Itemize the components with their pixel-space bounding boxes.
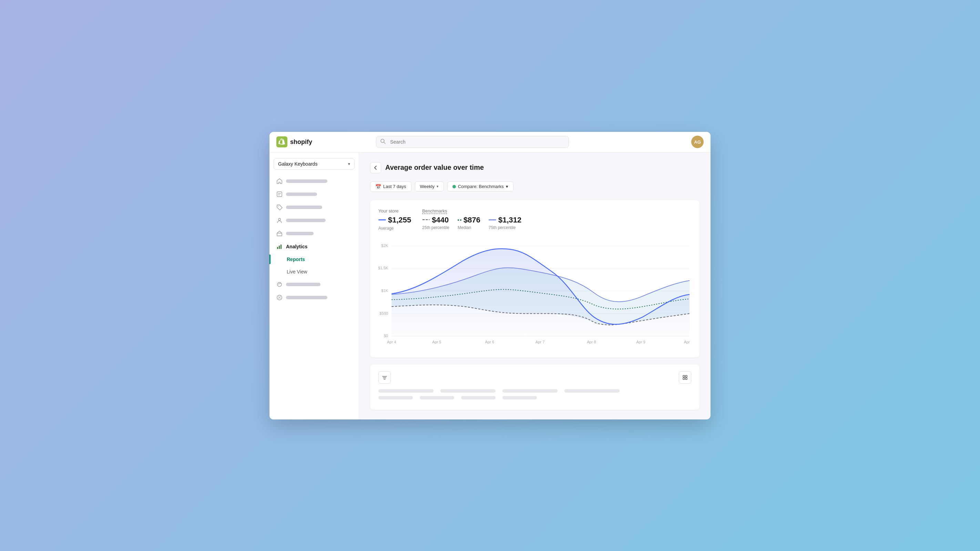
svg-point-6 — [278, 206, 279, 206]
legend-sublabel: 75th percentile — [488, 225, 521, 230]
svg-text:Apr 4: Apr 4 — [387, 340, 396, 344]
shopify-logo-icon — [276, 137, 287, 148]
sidebar-item-analytics[interactable]: Analytics — [269, 241, 359, 252]
skeleton-row — [379, 389, 691, 392]
legend-value-average: $1,255 — [388, 216, 411, 224]
date-range-label: Last 7 days — [383, 184, 406, 189]
calendar-icon: 📅 — [375, 184, 381, 189]
back-button[interactable] — [370, 162, 381, 173]
legend-value-75th: $1,312 — [498, 216, 521, 224]
legend-value-row: $876 — [458, 216, 480, 224]
svg-text:$500: $500 — [380, 311, 388, 315]
legend-25th: $440 25th percentile — [422, 216, 449, 230]
svg-rect-37 — [686, 375, 687, 377]
skeleton-bar — [503, 389, 558, 392]
svg-text:$1K: $1K — [382, 288, 388, 292]
svg-text:Apr 9: Apr 9 — [636, 340, 645, 344]
svg-text:Apr 5: Apr 5 — [432, 340, 441, 344]
sidebar-item-reports[interactable]: Reports — [269, 254, 359, 265]
svg-rect-8 — [277, 233, 282, 236]
skeleton-bar — [461, 396, 495, 400]
sidebar-item-discounts[interactable] — [269, 292, 359, 303]
store-selector[interactable]: Galaxy Keyboards ▾ — [274, 158, 355, 170]
grid-view-button[interactable] — [679, 371, 691, 384]
sidebar-item-products[interactable] — [269, 202, 359, 213]
svg-rect-9 — [277, 247, 278, 249]
sidebar-item-reports-wrap: Reports — [269, 254, 359, 265]
nav-label-bar — [286, 192, 317, 196]
chevron-down-icon: ▾ — [348, 162, 350, 166]
legend-dot — [460, 219, 461, 221]
skeleton-bar — [420, 396, 454, 400]
sidebar-item-orders[interactable] — [269, 188, 359, 200]
period-label: Weekly — [420, 184, 434, 189]
legend-line-75th — [488, 219, 496, 221]
chevron-down-icon: ▾ — [437, 184, 439, 189]
svg-rect-10 — [279, 246, 280, 249]
app-window: shopify AG Galaxy Keyboards ▾ — [269, 132, 711, 419]
legend-value-row: $1,255 — [379, 216, 411, 224]
svg-point-7 — [278, 218, 280, 221]
skeleton-bar — [503, 396, 537, 400]
svg-rect-39 — [686, 378, 687, 380]
svg-line-2 — [384, 142, 385, 144]
period-filter[interactable]: Weekly ▾ — [415, 181, 444, 192]
compare-indicator — [452, 185, 456, 188]
svg-rect-11 — [280, 245, 282, 249]
analytics-label: Analytics — [286, 244, 307, 249]
chart-svg: $2K $1.5K $1K $500 $0 — [379, 238, 691, 348]
sidebar-item-liveview[interactable]: Live View — [269, 266, 359, 277]
svg-point-15 — [280, 298, 281, 299]
svg-text:$1.5K: $1.5K — [379, 266, 388, 270]
bottom-card-header — [379, 371, 691, 384]
svg-text:Apr 6: Apr 6 — [485, 340, 494, 344]
filters-bar: 📅 Last 7 days Weekly ▾ Compare: Benchmar… — [370, 181, 700, 192]
bar-chart-icon — [276, 243, 283, 250]
legend-line-dashed — [422, 219, 430, 221]
svg-text:$2K: $2K — [382, 243, 388, 247]
legend-dots — [458, 219, 461, 221]
legend-line-solid — [379, 219, 386, 221]
svg-point-12 — [277, 283, 282, 286]
legend-value-25th: $440 — [432, 216, 449, 224]
avatar: AG — [691, 136, 704, 148]
legend-section-label: Your store — [379, 208, 411, 213]
search-input[interactable] — [376, 136, 569, 148]
logo-text: shopify — [290, 138, 312, 146]
person-icon — [276, 217, 283, 224]
compare-filter[interactable]: Compare: Benchmarks ▾ — [447, 181, 514, 192]
store-area — [391, 249, 689, 336]
tag-icon — [276, 204, 283, 210]
compare-label: Compare: Benchmarks — [458, 184, 504, 189]
sidebar-item-customers[interactable] — [269, 214, 359, 226]
table-filter-button[interactable] — [379, 371, 391, 384]
nav-label-bar — [286, 219, 326, 222]
home-icon — [276, 178, 283, 184]
legend-your-store: Your store $1,255 Average — [379, 208, 411, 231]
store-name: Galaxy Keyboards — [278, 161, 317, 167]
svg-text:Apr 7: Apr 7 — [536, 340, 544, 344]
nav-label-bar — [286, 179, 327, 183]
skeleton-bar — [441, 389, 495, 392]
date-range-filter[interactable]: 📅 Last 7 days — [370, 181, 411, 192]
svg-rect-0 — [276, 137, 287, 148]
svg-rect-36 — [683, 375, 685, 377]
bank-icon — [276, 230, 283, 237]
legend-median: $876 Median — [458, 216, 480, 230]
chevron-down-icon: ▾ — [506, 184, 508, 189]
page-header: Average order value over time — [370, 162, 700, 173]
skeleton-bar — [565, 389, 620, 392]
active-indicator — [269, 254, 270, 264]
skeleton-bar — [379, 389, 433, 392]
search-icon — [380, 138, 386, 145]
sidebar-item-finances[interactable] — [269, 228, 359, 239]
legend-sublabel: 25th percentile — [422, 225, 449, 230]
sidebar-item-marketing[interactable] — [269, 279, 359, 290]
svg-point-14 — [278, 296, 279, 297]
svg-rect-38 — [683, 378, 685, 380]
legend-dot — [458, 219, 459, 221]
legend-value-row: $1,312 — [488, 216, 521, 224]
search-bar[interactable] — [376, 136, 569, 148]
sidebar-item-home[interactable] — [269, 175, 359, 187]
main-layout: Galaxy Keyboards ▾ — [269, 152, 711, 419]
